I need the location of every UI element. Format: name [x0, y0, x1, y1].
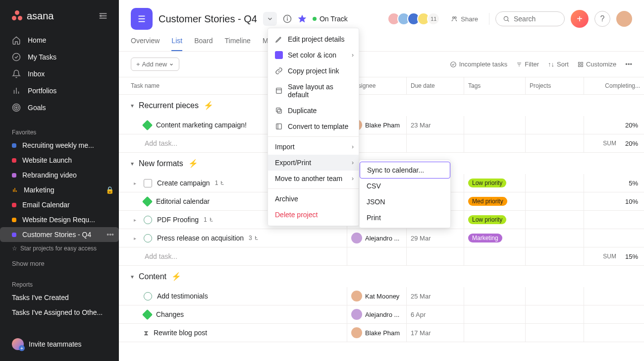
menu-item[interactable]: Convert to template [268, 119, 359, 134]
task-completing[interactable] [584, 305, 644, 323]
task-row[interactable]: Changes Alejandro ... 6 Apr [119, 305, 644, 324]
more-options[interactable]: ••• [625, 60, 632, 68]
task-checkbox[interactable] [144, 292, 152, 301]
col-header-completing[interactable]: Completing... [584, 77, 644, 94]
tag-badge[interactable]: Low priority [468, 179, 506, 187]
star-icon[interactable] [298, 14, 307, 23]
task-tags[interactable] [464, 116, 525, 134]
task-projects[interactable] [525, 174, 584, 192]
nav-goals[interactable]: Goals [6, 99, 113, 116]
task-projects[interactable] [525, 305, 584, 323]
submenu-item[interactable]: Print [360, 210, 450, 226]
task-assignee[interactable]: Kat Mooney [347, 287, 406, 305]
menu-item[interactable]: Delete project [268, 207, 359, 223]
task-row[interactable]: Content marketing campaign! Blake Pham 2… [119, 116, 644, 134]
submenu-item[interactable]: Sync to calendar... [360, 162, 450, 179]
milestone-icon[interactable] [142, 309, 153, 319]
add-task-row[interactable]: Add task...SUM15% [119, 247, 644, 266]
menu-item[interactable]: Set color & icon› [268, 47, 359, 63]
task-checkbox[interactable] [144, 234, 152, 242]
sort-button[interactable]: ↑↓ Sort [548, 60, 569, 68]
add-task-row[interactable]: Add task...SUM20% [119, 134, 644, 153]
nav-home[interactable]: Home [6, 32, 113, 49]
tab-board[interactable]: Board [194, 37, 213, 51]
task-tags[interactable]: Marketing [464, 229, 525, 247]
customize-button[interactable]: Customize [578, 60, 616, 68]
task-completing[interactable]: 20% [584, 116, 644, 134]
sidebar-favorite-item[interactable]: Recruiting weekly me... [0, 138, 119, 153]
logo[interactable]: asana [12, 10, 54, 22]
sidebar-favorite-item[interactable]: Customer Stories - Q4••• [0, 227, 119, 242]
nav-inbox[interactable]: Inbox [6, 65, 113, 82]
task-due[interactable]: 23 Mar [406, 116, 464, 134]
task-tags[interactable]: Low priority [464, 211, 525, 229]
task-completing[interactable] [584, 211, 644, 229]
search-input[interactable]: Search [495, 11, 565, 26]
tag-badge[interactable]: Marketing [468, 234, 502, 242]
sidebar-favorite-item[interactable]: Website Design Requ... [0, 212, 119, 227]
status-chip[interactable]: On Track [313, 15, 348, 23]
invite-teammates-button[interactable]: + Invite teammates [0, 334, 94, 354]
task-tags[interactable]: Low priority [464, 174, 525, 192]
col-header-projects[interactable]: Projects [525, 77, 584, 94]
task-due[interactable]: 29 Mar [406, 229, 464, 247]
help-button[interactable]: ? [594, 11, 610, 27]
section-header[interactable]: ▾Content⚡ [119, 266, 644, 287]
collapse-sidebar-icon[interactable] [96, 9, 110, 23]
task-projects[interactable] [525, 192, 584, 210]
submenu-item[interactable]: CSV [360, 178, 450, 194]
project-menu-button[interactable] [263, 12, 277, 26]
task-projects[interactable] [525, 116, 584, 134]
add-new-button[interactable]: + Add new [131, 58, 179, 71]
nav-my-tasks[interactable]: My Tasks [6, 49, 113, 65]
show-more-link[interactable]: Show more [0, 255, 119, 272]
task-assignee[interactable]: Alejandro ... [347, 229, 406, 247]
task-tags[interactable] [464, 305, 525, 323]
task-checkbox[interactable] [144, 216, 152, 224]
task-completing[interactable] [584, 324, 644, 342]
task-row[interactable]: ⧗Rewrite blog post Blake Pham 17 Mar [119, 324, 644, 342]
task-projects[interactable] [525, 211, 584, 229]
task-row[interactable]: Add testimonials Kat Mooney 25 Mar [119, 287, 644, 305]
nav-portfolios[interactable]: Portfolios [6, 82, 113, 99]
info-icon[interactable] [283, 14, 292, 23]
task-completing[interactable] [584, 229, 644, 247]
sidebar-favorite-item[interactable]: Email Calendar [0, 197, 119, 212]
task-assignee[interactable]: Blake Pham [347, 324, 406, 342]
col-header-tags[interactable]: Tags [464, 77, 525, 94]
filter-button[interactable]: Filter [516, 60, 539, 68]
user-avatar[interactable] [616, 11, 632, 27]
global-add-button[interactable]: + [571, 10, 589, 28]
incomplete-filter[interactable]: Incomplete tasks [450, 60, 508, 68]
sidebar-favorite-item[interactable]: Website Launch [0, 153, 119, 168]
task-completing[interactable]: 5% [584, 174, 644, 192]
task-assignee[interactable]: Alejandro ... [347, 305, 406, 323]
task-row[interactable]: ▸Press release on acquisition3 Alejandro… [119, 229, 644, 247]
menu-item[interactable]: Move to another team› [268, 171, 359, 186]
tab-overview[interactable]: Overview [131, 37, 160, 51]
expand-icon[interactable]: ▸ [134, 236, 139, 241]
menu-item[interactable]: Save layout as default [268, 79, 359, 103]
col-header-due[interactable]: Due date [406, 77, 464, 94]
tab-list[interactable]: List [171, 37, 182, 51]
task-projects[interactable] [525, 229, 584, 247]
project-icon[interactable] [131, 8, 153, 30]
expand-icon[interactable]: ▸ [134, 217, 139, 223]
task-projects[interactable] [525, 324, 584, 342]
section-header[interactable]: ▾Recurrent pieces⚡ [119, 95, 644, 116]
tag-badge[interactable]: Low priority [468, 215, 506, 224]
member-avatars[interactable]: 11 [390, 12, 440, 25]
more-icon[interactable]: ••• [107, 231, 114, 239]
tab-timeline[interactable]: Timeline [225, 37, 251, 51]
menu-item[interactable]: Edit project details [268, 31, 359, 47]
task-completing[interactable]: 10% [584, 192, 644, 210]
task-due[interactable]: 25 Mar [406, 287, 464, 305]
task-tags[interactable]: Med priority [464, 192, 525, 210]
task-completing[interactable] [584, 287, 644, 305]
task-checkbox[interactable] [144, 179, 152, 187]
task-tags[interactable] [464, 324, 525, 342]
task-due[interactable]: 6 Apr [406, 305, 464, 323]
expand-icon[interactable]: ▸ [134, 180, 139, 186]
menu-item[interactable]: Copy project link [268, 63, 359, 79]
menu-item[interactable]: Export/Print› [268, 155, 359, 171]
